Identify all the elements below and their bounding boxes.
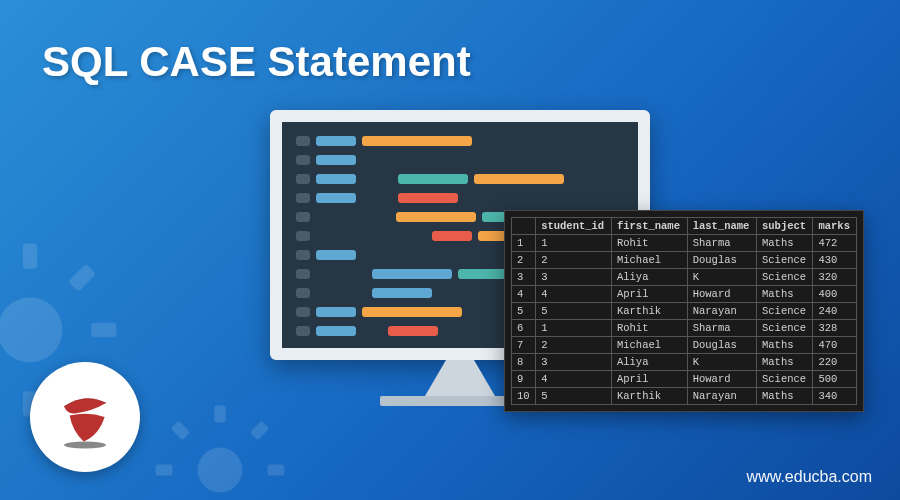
svg-rect-1 [23,244,37,269]
table-row: 33AliyaKScience320 [512,269,857,286]
column-header: first_name [611,218,687,235]
svg-rect-16 [171,421,191,441]
table-row: 44AprilHowardMaths400 [512,286,857,303]
svg-rect-10 [214,406,225,423]
results-table: student_idfirst_namelast_namesubjectmark… [511,217,857,405]
table-row: 22MichaelDouglasScience430 [512,252,857,269]
svg-point-18 [64,442,106,449]
table-row: 55KarthikNarayanScience240 [512,303,857,320]
table-row: 83AliyaKMaths220 [512,354,857,371]
column-header [512,218,536,235]
table-row: 72MichaelDouglasMaths470 [512,337,857,354]
svg-rect-5 [68,264,96,292]
column-header: last_name [687,218,756,235]
sql-server-logo-icon [30,362,140,472]
table-row: 11RohitSharmaMaths472 [512,235,857,252]
svg-point-0 [0,298,62,363]
svg-point-9 [198,448,243,493]
column-header: subject [757,218,813,235]
page-title: SQL CASE Statement [42,38,471,86]
gear-icon [150,400,290,500]
table-row: 105KarthikNarayanMaths340 [512,388,857,405]
svg-rect-12 [156,464,173,475]
website-url: www.educba.com [747,468,872,486]
column-header: student_id [536,218,612,235]
table-row: 94AprilHowardScience500 [512,371,857,388]
svg-rect-13 [268,464,285,475]
column-header: marks [813,218,857,235]
svg-rect-4 [91,323,116,337]
sql-output-terminal: student_idfirst_namelast_namesubjectmark… [504,210,864,412]
svg-rect-14 [250,421,270,441]
table-row: 61RohitSharmaScience328 [512,320,857,337]
